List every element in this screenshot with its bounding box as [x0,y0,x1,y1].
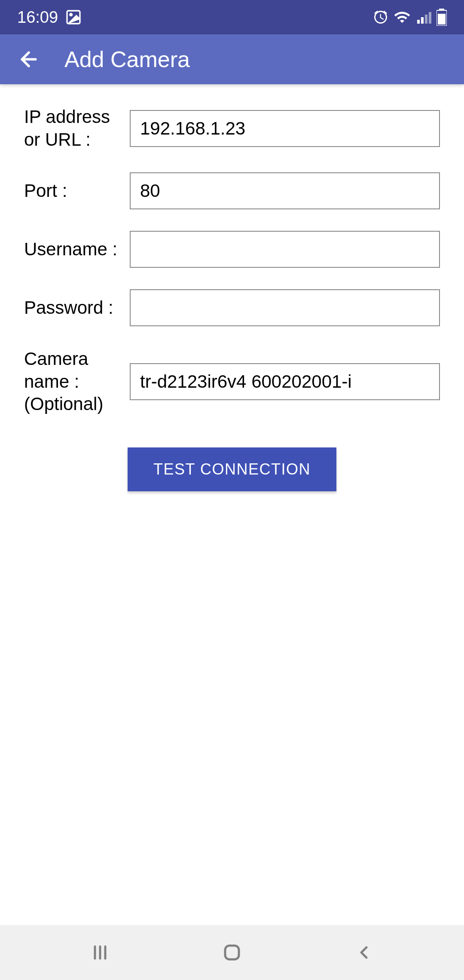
svg-rect-4 [425,15,427,24]
password-label: Password : [24,297,119,319]
form-container: IP address or URL : Port : Username : Pa… [0,84,464,513]
battery-icon [437,9,447,26]
app-bar: Add Camera [0,34,464,84]
button-container: TEST CONNECTION [24,447,440,491]
username-label: Username : [24,238,119,261]
svg-rect-5 [429,12,431,24]
form-row-password: Password : [24,289,440,326]
ip-input[interactable] [130,110,440,147]
svg-rect-3 [421,17,424,24]
camera-name-input[interactable] [130,363,440,400]
form-row-username: Username : [24,231,440,268]
svg-point-1 [70,14,72,16]
wifi-icon [394,9,411,26]
username-input[interactable] [130,231,440,268]
nav-back-button[interactable] [354,942,374,963]
port-input[interactable] [130,172,440,209]
back-button[interactable] [17,48,40,71]
signal-icon [416,9,431,25]
nav-bar [0,925,464,980]
password-input[interactable] [130,289,440,326]
page-title: Add Camera [64,46,190,72]
image-icon [65,9,82,26]
svg-rect-8 [438,14,446,24]
nav-home-button[interactable] [222,942,242,963]
form-row-camera-name: Camera name : (Optional) [24,348,440,416]
form-row-port: Port : [24,172,440,209]
ip-label: IP address or URL : [24,106,119,151]
port-label: Port : [24,180,119,202]
status-bar: 16:09 [0,0,464,34]
camera-name-label: Camera name : (Optional) [24,348,119,416]
status-time: 16:09 [17,8,58,27]
test-connection-button[interactable]: TEST CONNECTION [128,447,336,491]
svg-rect-2 [417,20,420,24]
alarm-icon [373,9,388,25]
svg-rect-12 [225,946,239,959]
status-right [373,9,447,26]
status-left: 16:09 [17,8,82,27]
form-row-ip: IP address or URL : [24,106,440,151]
nav-recent-button[interactable] [90,942,110,963]
